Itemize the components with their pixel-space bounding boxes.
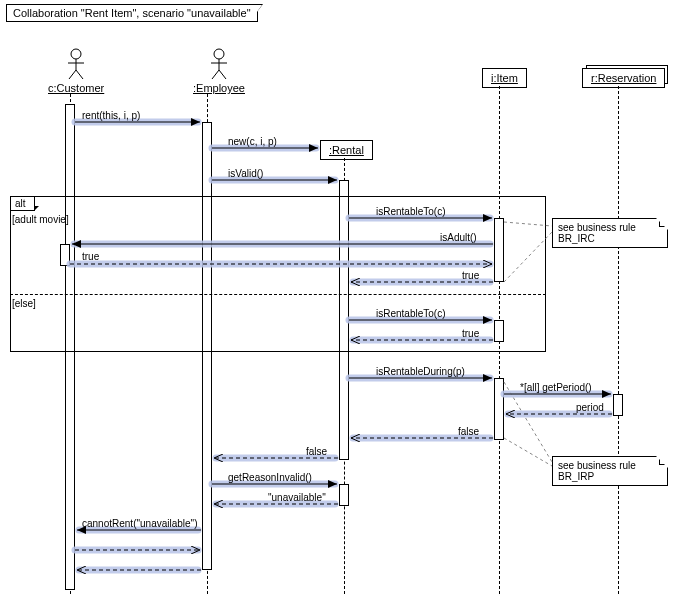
msg-new: new(c, i, p) (228, 136, 277, 147)
guard-adult-movie: [adult movie] (12, 214, 69, 225)
note-br-irc-text: see business rule BR_IRC (558, 222, 636, 244)
object-item: i:Item (482, 68, 527, 88)
note-br-irc: see business rule BR_IRC (552, 218, 668, 248)
person-icon (64, 48, 88, 80)
msg-getperiod: *[all] getPeriod() (520, 382, 592, 393)
msg-isrentableto-1: isRentableTo(c) (376, 206, 445, 217)
svg-line-9 (219, 70, 226, 79)
object-reservation-label: r:Reservation (591, 72, 656, 84)
note-br-irp-text: see business rule BR_IRP (558, 460, 636, 482)
alt-operator-label: alt (11, 197, 35, 211)
object-rental-label: :Rental (329, 144, 364, 156)
object-item-label: i:Item (491, 72, 518, 84)
msg-cannotrent: cannotRent("unavailable") (82, 518, 198, 529)
msg-unavailable: "unavailable" (268, 492, 326, 503)
msg-isvalid: isValid() (228, 168, 263, 179)
msg-false-2: false (306, 446, 327, 457)
msg-isadult: isAdult() (440, 232, 477, 243)
activation-rental-2 (339, 484, 349, 506)
diagram-title: Collaboration "Rent Item", scenario "una… (13, 7, 251, 19)
msg-isrentableduring: isRentableDuring(p) (376, 366, 465, 377)
msg-true-3: true (462, 328, 479, 339)
msg-true-2: true (462, 270, 479, 281)
svg-point-0 (71, 49, 81, 59)
alt-divider (10, 294, 546, 295)
msg-false-1: false (458, 426, 479, 437)
actor-employee-label: :Employee (193, 82, 245, 94)
msg-true-1: true (82, 251, 99, 262)
activation-reservation (613, 394, 623, 416)
msg-rent: rent(this, i, p) (82, 110, 140, 121)
msg-getreasoninvalid: getReasonInvalid() (228, 472, 312, 483)
object-reservation: r:Reservation (582, 68, 665, 88)
object-rental: :Rental (320, 140, 373, 160)
msg-period: period (576, 402, 604, 413)
lifeline-reservation (618, 86, 619, 594)
person-icon (207, 48, 231, 80)
actor-customer: c:Customer (48, 48, 104, 94)
svg-line-3 (69, 70, 76, 79)
svg-line-4 (76, 70, 83, 79)
actor-employee: :Employee (193, 48, 245, 94)
activation-item-3 (494, 378, 504, 440)
msg-isrentableto-2: isRentableTo(c) (376, 308, 445, 319)
diagram-title-tab: Collaboration "Rent Item", scenario "una… (6, 4, 258, 22)
note-br-irp: see business rule BR_IRP (552, 456, 668, 486)
actor-customer-label: c:Customer (48, 82, 104, 94)
svg-line-13 (504, 438, 552, 466)
svg-line-12 (504, 382, 552, 462)
guard-else: [else] (12, 298, 36, 309)
svg-line-8 (212, 70, 219, 79)
svg-point-5 (214, 49, 224, 59)
